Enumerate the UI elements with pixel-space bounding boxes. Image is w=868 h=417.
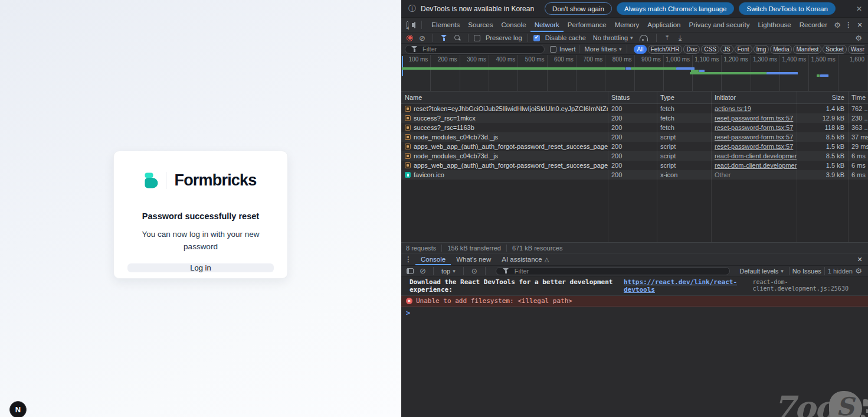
divider (421, 21, 422, 29)
message-source-link[interactable]: react-dom-client.development.js:25630 (745, 279, 863, 292)
inspect-element-icon[interactable] (407, 21, 408, 28)
password-reset-card: Formbricks Password successfully reset Y… (113, 151, 288, 279)
initiator-link[interactable]: reset-password-form.tsx:57 (715, 143, 793, 150)
initiator-link[interactable]: reset-password-form.tsx:57 (715, 133, 793, 141)
table-row[interactable]: apps_web_app_(auth)_auth_forgot-password… (401, 161, 868, 170)
record-network-log-icon[interactable] (407, 35, 413, 41)
initiator-link[interactable]: react-dom-client.development.js:25630 (715, 162, 797, 169)
match-chrome-language-button[interactable]: Always match Chrome's language (617, 2, 735, 15)
settings-gear-icon[interactable]: ⚙ (831, 21, 843, 30)
drawer-tab-ai-assistance[interactable]: AI assistance△ (496, 253, 554, 265)
no-issues-label[interactable]: No Issues (792, 268, 821, 275)
table-row[interactable]: node_modules_c04cb73d._js200scriptreact-… (401, 151, 868, 161)
filter-type-js[interactable]: JS (720, 45, 733, 54)
import-har-icon[interactable]: ⤒ (662, 34, 673, 42)
script-resource-icon (405, 134, 411, 140)
console-sidebar-toggle-icon[interactable] (407, 268, 414, 274)
table-row[interactable]: success?_rsc=1163b200fetchreset-password… (401, 123, 868, 132)
column-header-size[interactable]: Size (797, 92, 848, 103)
initiator-link[interactable]: actions.ts:19 (715, 105, 751, 112)
filter-type-img[interactable]: Img (754, 45, 769, 54)
console-settings-gear-icon[interactable]: ⚙ (853, 266, 864, 275)
console-prompt[interactable]: > (401, 307, 868, 320)
network-settings-gear-icon[interactable]: ⚙ (853, 34, 864, 43)
filter-toggle-icon[interactable] (441, 35, 447, 41)
invert-checkbox[interactable] (550, 46, 556, 53)
drawer-close-icon[interactable]: ✕ (854, 256, 866, 263)
network-conditions-icon[interactable] (639, 35, 647, 41)
column-header-time[interactable]: Time (848, 92, 868, 103)
reset-success-body: You can now log in with your new passwor… (133, 229, 268, 253)
banner-close-icon[interactable]: ✕ (856, 5, 862, 13)
disable-cache-label[interactable]: Disable cache (545, 34, 586, 41)
initiator-link[interactable]: reset-password-form.tsx:57 (715, 115, 793, 122)
invert-filter[interactable]: Invert (550, 45, 576, 53)
dont-show-again-button[interactable]: Don't show again (545, 2, 612, 15)
throttling-select[interactable]: No throttling ▾ (593, 34, 633, 41)
column-divider (657, 92, 657, 242)
tab-elements[interactable]: Elements (427, 18, 464, 32)
status-cell: 200 (608, 142, 657, 151)
size-cell: 12.9 kB (797, 113, 848, 123)
table-row[interactable]: success?_rsc=1mkcx200fetchreset-password… (401, 113, 868, 123)
tab-memory[interactable]: Memory (611, 18, 644, 32)
initiator-link[interactable]: react-dom-client.development.js:25630 (715, 152, 797, 159)
tab-lighthouse[interactable]: Lighthouse (754, 18, 795, 32)
more-filters-dropdown[interactable]: More filters ▾ (585, 45, 622, 53)
time-cell: 6 ms (848, 151, 868, 161)
table-row[interactable]: favicon.ico200x-iconOther3.9 kB6 ms (401, 170, 868, 180)
watermark-stroke (831, 394, 838, 415)
nextjs-dev-badge[interactable]: N (9, 401, 27, 417)
preserve-log-checkbox[interactable] (474, 35, 480, 41)
filter-type-css[interactable]: CSS (701, 45, 719, 54)
devtools-close-icon[interactable]: ✕ (854, 21, 866, 29)
device-toolbar-icon[interactable] (414, 22, 416, 28)
console-filter-input[interactable] (515, 268, 725, 275)
filter-type-font[interactable]: Font (735, 45, 752, 54)
tab-recorder[interactable]: Recorder (795, 18, 831, 32)
filter-type-doc[interactable]: Doc (683, 45, 700, 54)
filter-type-fetch-xhr[interactable]: Fetch/XHR (648, 45, 683, 54)
more-options-kebab-icon[interactable]: ⋮ (844, 21, 853, 29)
column-header-name[interactable]: Name (401, 92, 608, 103)
search-icon[interactable] (454, 34, 461, 41)
live-expression-eye-icon[interactable]: ⊙ (471, 267, 477, 275)
size-cell: 1.4 kB (797, 104, 848, 113)
drawer-kebab-icon[interactable]: ⋮ (404, 255, 413, 263)
tab-performance[interactable]: Performance (564, 18, 611, 32)
export-har-icon[interactable]: ⤓ (675, 34, 686, 42)
table-row[interactable]: apps_web_app_(auth)_auth_forgot-password… (401, 142, 868, 151)
network-overview-timeline[interactable]: 100 ms200 ms300 ms400 ms500 ms600 ms700 … (401, 55, 868, 92)
filter-type-all[interactable]: All (634, 45, 646, 54)
login-button[interactable]: Log in (127, 263, 274, 272)
clear-network-log-icon[interactable]: ⊘ (419, 34, 425, 43)
switch-to-korean-button[interactable]: Switch DevTools to Korean (739, 2, 835, 15)
initiator-link[interactable]: reset-password-form.tsx:57 (715, 124, 793, 131)
filter-type-media[interactable]: Media (770, 45, 792, 54)
preserve-log-label[interactable]: Preserve log (486, 34, 522, 41)
initiator-cell: reset-password-form.tsx:57 (711, 132, 797, 142)
react-devtools-link[interactable]: https://react.dev/link/react-devtools (624, 278, 745, 294)
filter-type-socket[interactable]: Socket (823, 45, 847, 54)
javascript-context-select[interactable]: top ▾ (441, 268, 456, 275)
table-row[interactable]: reset?token=eyJhbGciOiJub25lIiwidHlwIjoi… (401, 104, 868, 113)
console-toolbar-right: Default levels ▾ No Issues 1 hidden ⚙ (737, 266, 864, 275)
fetch-resource-icon (405, 115, 411, 121)
column-header-initiator[interactable]: Initiator (711, 92, 797, 103)
tab-sources[interactable]: Sources (464, 18, 497, 32)
table-row[interactable]: node_modules_c04cb73d._js200scriptreset-… (401, 132, 868, 142)
disable-cache-checkbox[interactable]: ✓ (533, 35, 540, 41)
column-header-status[interactable]: Status (608, 92, 657, 103)
drawer-tab-console[interactable]: Console (415, 253, 451, 265)
column-header-type[interactable]: Type (657, 92, 711, 103)
tab-application[interactable]: Application (643, 18, 684, 32)
network-filter-input[interactable] (422, 45, 541, 53)
default-levels-dropdown[interactable]: Default levels ▾ (739, 268, 784, 275)
filter-type-manifest[interactable]: Manifest (793, 45, 821, 54)
filter-type-wasm[interactable]: Wasm (848, 45, 864, 54)
tab-console[interactable]: Console (497, 18, 530, 32)
drawer-tab-what-s-new[interactable]: What's new (451, 253, 496, 265)
tab-privacy-and-security[interactable]: Privacy and security (685, 18, 754, 32)
tab-network[interactable]: Network (530, 18, 564, 32)
clear-console-icon[interactable]: ⊘ (420, 266, 426, 275)
